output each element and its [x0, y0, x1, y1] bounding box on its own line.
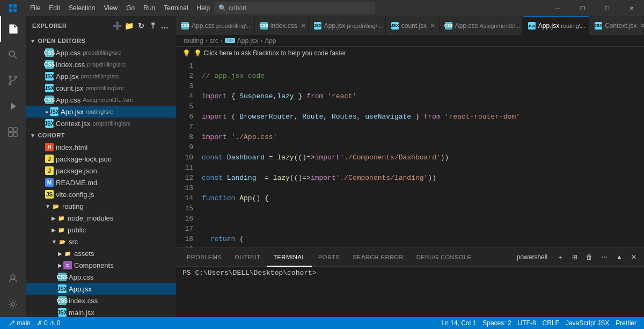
tab-app-jsx-prop[interactable]: JSX App.jsx propdrilling\... ✕ — [309, 16, 386, 35]
tab-app-jsx-routing[interactable]: JSX App.jsx routing\... ● — [523, 16, 589, 35]
activity-search[interactable] — [0, 42, 26, 68]
open-editor-count-jsx[interactable]: JSX count.jsx propdrilling\src — [26, 82, 176, 94]
new-folder-button[interactable]: 📁 — [125, 21, 134, 31]
folder-assets[interactable]: ▶ 📁 assets — [26, 247, 176, 259]
refresh-button[interactable]: ↻ — [136, 21, 146, 31]
open-editors-section-header[interactable]: ▼ OPEN EDITORS — [26, 35, 176, 47]
folder-public[interactable]: ▶ 📁 public — [26, 224, 176, 236]
folder-node-modules[interactable]: ▶ 📁 node_modules — [26, 212, 176, 224]
status-language[interactable]: JavaScript JSX — [562, 317, 612, 329]
tab-app-css-prop[interactable]: CSS App.css propdrilling\... ✕ — [176, 16, 255, 35]
panel-tab-problems[interactable]: PROBLEMS — [180, 248, 228, 267]
panel-tab-output[interactable]: OUTPUT — [228, 248, 267, 267]
collapse-all-button[interactable]: ⤒ — [148, 21, 158, 31]
status-spaces[interactable]: Spaces: 2 — [479, 317, 514, 329]
open-editor-app-css-assign[interactable]: CSS App.css Assignment1\...\src — [26, 94, 176, 106]
breadcrumb-part[interactable]: App.jsx — [237, 37, 258, 45]
menu-go[interactable]: Go — [122, 0, 139, 16]
file-index-css[interactable]: CSS index.css — [26, 295, 176, 306]
breadcrumb-part[interactable]: routing — [184, 37, 203, 45]
status-errors[interactable]: ✗ 0 ⚠ 0 — [34, 317, 63, 329]
menu-help[interactable]: Help — [193, 0, 215, 16]
tab-index-css[interactable]: CSS index.css ✕ — [255, 16, 309, 35]
status-encoding[interactable]: UTF-8 — [515, 317, 539, 329]
tab-css-icon: CSS — [260, 22, 268, 30]
ln-col-text: Ln 14, Col 1 — [442, 319, 477, 327]
activity-explorer[interactable] — [0, 16, 26, 42]
menu-file[interactable]: File — [26, 0, 45, 16]
code-editor[interactable]: 12345 678910 1112131415 1617181920 21222… — [176, 60, 644, 247]
file-index-html-root[interactable]: H index.html — [26, 141, 176, 153]
maximize-button[interactable]: ☐ — [595, 0, 619, 16]
activity-accounts[interactable] — [0, 266, 26, 291]
panel-tab-terminal[interactable]: TERMINAL — [267, 248, 312, 267]
split-terminal-button[interactable]: ⊞ — [569, 252, 581, 262]
panel-tab-debug-console[interactable]: DEBUG CONSOLE — [410, 248, 478, 267]
maximize-panel-button[interactable]: ▲ — [613, 252, 626, 262]
breadcrumb-part[interactable]: App — [265, 37, 276, 45]
activity-source-control[interactable] — [0, 68, 26, 93]
open-editor-app-css-prop[interactable]: CSS App.css propdrilling\src — [26, 47, 176, 59]
tab-close-button[interactable]: ✕ — [297, 22, 306, 30]
tab-close-button[interactable]: ✕ — [636, 22, 644, 30]
status-branch[interactable]: ⎇ main — [4, 317, 34, 329]
trash-terminal-button[interactable]: 🗑 — [583, 252, 596, 262]
menu-terminal[interactable]: Terminal — [159, 0, 192, 16]
panel-tab-ports[interactable]: PORTS — [312, 248, 346, 267]
activity-settings[interactable] — [0, 291, 26, 317]
title-bar: File Edit Selection View Go Run Terminal… — [0, 0, 644, 16]
minimize-button[interactable]: — — [545, 0, 570, 16]
cohort-section-header[interactable]: ▼ COHORT — [26, 129, 176, 141]
restore-button[interactable]: ❐ — [570, 0, 595, 16]
tab-close-button[interactable]: ✕ — [427, 22, 435, 30]
status-formatter[interactable]: Prettier — [612, 317, 640, 329]
new-terminal-button[interactable]: ＋ — [554, 252, 567, 263]
activity-extensions[interactable] — [0, 119, 26, 145]
panel-tab-search-error[interactable]: SEARCH ERROR — [346, 248, 410, 267]
file-package-lock-root[interactable]: J package-lock.json — [26, 153, 176, 165]
status-ln-col[interactable]: Ln 14, Col 1 — [438, 317, 480, 329]
panel-tabs: PROBLEMS OUTPUT TERMINAL PORTS SEARCH ER… — [176, 248, 644, 267]
terminal-content[interactable]: PS C:\Users\DELL\Desktop\cohort> — [176, 267, 644, 317]
file-package-json-root[interactable]: J package.json — [26, 165, 176, 177]
file-app-css[interactable]: CSS App.css — [26, 271, 176, 283]
activity-run-debug[interactable] — [0, 93, 26, 119]
menu-selection[interactable]: Selection — [64, 0, 99, 16]
blackbox-hint[interactable]: 💡 💡 Click here to ask Blackbox to help y… — [176, 47, 644, 60]
menu-view[interactable]: View — [99, 0, 122, 16]
new-file-button[interactable]: ➕ — [113, 21, 122, 31]
menu-edit[interactable]: Edit — [45, 0, 64, 16]
close-button[interactable]: ✕ — [619, 0, 644, 16]
global-search[interactable]: 🔍 cohort — [214, 2, 375, 14]
breadcrumb-file-icon: JSX — [225, 38, 235, 43]
folder-icon: 📁 — [63, 249, 72, 258]
file-app-jsx-active[interactable]: JSX App.jsx — [26, 283, 176, 295]
file-main-jsx[interactable]: JSX main.jsx — [26, 306, 176, 317]
jsx-icon: JSX — [58, 308, 67, 317]
open-editor-context-jsx[interactable]: JSX Context.jsx propdrilling\src — [26, 118, 176, 129]
open-editor-index-css[interactable]: CSS index.css propdrilling\src — [26, 59, 176, 70]
code-content[interactable]: // app.jsx code import { Suspense,lazy }… — [197, 60, 644, 247]
open-editor-app-jsx-prop[interactable]: JSX App.jsx propdrilling\src — [26, 70, 176, 82]
file-readme-root[interactable]: M README.md — [26, 177, 176, 188]
sidebar-title: EXPLORER — [32, 23, 67, 29]
close-panel-button[interactable]: ✕ — [628, 252, 640, 262]
svg-point-6 — [9, 76, 11, 78]
tab-app-css-assign[interactable]: CSS App.css Assignment1\... ✕ — [440, 16, 523, 35]
more-actions-button[interactable]: … — [160, 21, 170, 31]
status-eol[interactable]: CRLF — [539, 317, 562, 329]
tab-context-jsx[interactable]: JSX Context.jsx ✕ — [589, 16, 644, 35]
file-name: index.html — [56, 143, 87, 151]
folder-src[interactable]: ▼ 📂 src — [26, 236, 176, 247]
menu-run[interactable]: Run — [139, 0, 159, 16]
open-editor-app-jsx-routing[interactable]: ● JSX App.jsx routing\src — [26, 106, 176, 118]
folder-components[interactable]: ▶ C Components — [26, 259, 176, 271]
tab-count-jsx[interactable]: JSX count.jsx ✕ — [386, 16, 440, 35]
more-panel-button[interactable]: ⋯ — [598, 252, 611, 262]
file-path: propdrilling\src — [81, 73, 120, 79]
file-path: routing\src — [86, 108, 113, 115]
file-vite-config[interactable]: JS vite.config.js — [26, 188, 176, 200]
breadcrumb-part[interactable]: src — [210, 37, 218, 45]
folder-routing[interactable]: ▼ 📂 routing — [26, 200, 176, 212]
jsx-icon: JSX — [50, 107, 58, 116]
